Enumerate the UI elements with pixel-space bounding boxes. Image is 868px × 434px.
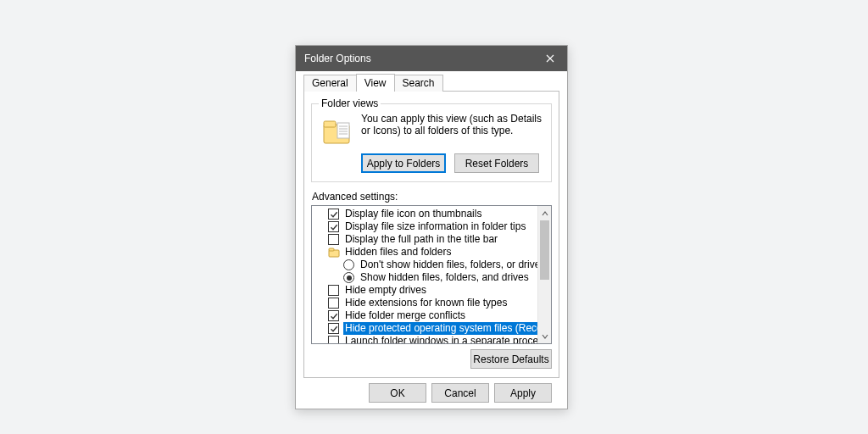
scroll-down-button[interactable] [538, 329, 551, 343]
checkbox-icon[interactable] [328, 336, 339, 344]
tab-view[interactable]: View [356, 74, 395, 92]
setting-label: Hide protected operating system files (R… [343, 322, 552, 335]
setting-row[interactable]: Show hidden files, folders, and drives [313, 271, 537, 284]
apply-to-folders-button[interactable]: Apply to Folders [361, 153, 446, 173]
setting-label: Hide extensions for known file types [343, 297, 509, 309]
setting-label: Display file icon on thumbnails [343, 208, 483, 220]
setting-row[interactable]: Hide empty drives [313, 284, 537, 297]
setting-row[interactable]: Hide protected operating system files (R… [313, 322, 537, 335]
scrollbar[interactable] [537, 206, 551, 343]
checkbox-icon[interactable] [328, 323, 339, 334]
restore-defaults-button[interactable]: Restore Defaults [470, 349, 552, 369]
folder-views-group: Folder views You can apply this view (su… [311, 103, 552, 182]
setting-label: Hide folder merge conflicts [343, 309, 467, 322]
setting-row[interactable]: Don't show hidden files, folders, or dri… [313, 259, 537, 271]
close-icon [546, 54, 554, 63]
setting-row[interactable]: Hidden files and folders [313, 246, 537, 259]
folder-views-description: You can apply this view (such as Details… [361, 113, 544, 148]
checkbox-icon[interactable] [328, 234, 339, 245]
setting-label: Don't show hidden files, folders, or dri… [359, 259, 547, 271]
tabstrip: General View Search [303, 74, 559, 92]
setting-row[interactable]: Hide extensions for known file types [313, 297, 537, 309]
setting-row[interactable]: Display the full path in the title bar [313, 233, 537, 246]
setting-row[interactable]: Display file size information in folder … [313, 220, 537, 233]
scroll-thumb[interactable] [540, 220, 549, 280]
scroll-up-button[interactable] [538, 206, 551, 220]
svg-rect-1 [324, 121, 336, 127]
setting-row[interactable]: Display file icon on thumbnails [313, 208, 537, 220]
checkbox-icon[interactable] [328, 221, 339, 232]
setting-row[interactable]: Hide folder merge conflicts [313, 309, 537, 322]
advanced-settings-label: Advanced settings: [312, 191, 552, 203]
cancel-button[interactable]: Cancel [431, 383, 489, 403]
setting-label: Hidden files and folders [343, 246, 453, 259]
setting-label: Hide empty drives [343, 284, 428, 297]
tabpanel-view: Folder views You can apply this view (su… [303, 92, 559, 378]
setting-label: Launch folder windows in a separate proc… [343, 335, 550, 344]
apply-button[interactable]: Apply [494, 383, 552, 403]
checkbox-icon[interactable] [328, 310, 339, 321]
checkbox-icon[interactable] [328, 298, 339, 309]
folder-options-dialog: Folder Options General View Search Folde… [295, 45, 568, 409]
tab-general[interactable]: General [303, 75, 357, 92]
setting-label: Display file size information in folder … [343, 220, 527, 233]
folder-views-group-title: Folder views [319, 97, 381, 109]
checkbox-icon[interactable] [328, 285, 339, 296]
folder-icon [320, 114, 354, 148]
setting-label: Show hidden files, folders, and drives [359, 271, 531, 284]
setting-row[interactable]: Launch folder windows in a separate proc… [313, 335, 537, 344]
window-title: Folder Options [304, 53, 533, 64]
svg-rect-2 [337, 123, 349, 138]
titlebar: Folder Options [296, 46, 567, 71]
radio-icon[interactable] [343, 272, 354, 283]
close-button[interactable] [533, 46, 567, 71]
checkbox-icon[interactable] [328, 209, 339, 220]
folder-icon [328, 248, 340, 258]
radio-icon[interactable] [343, 259, 354, 270]
svg-rect-4 [329, 248, 334, 251]
dialog-button-row: OK Cancel Apply [303, 378, 559, 403]
ok-button[interactable]: OK [369, 383, 426, 403]
tab-search[interactable]: Search [394, 75, 443, 92]
setting-label: Display the full path in the title bar [343, 233, 499, 246]
reset-folders-button[interactable]: Reset Folders [454, 153, 539, 173]
advanced-settings-list[interactable]: Display file icon on thumbnailsDisplay f… [311, 205, 552, 344]
